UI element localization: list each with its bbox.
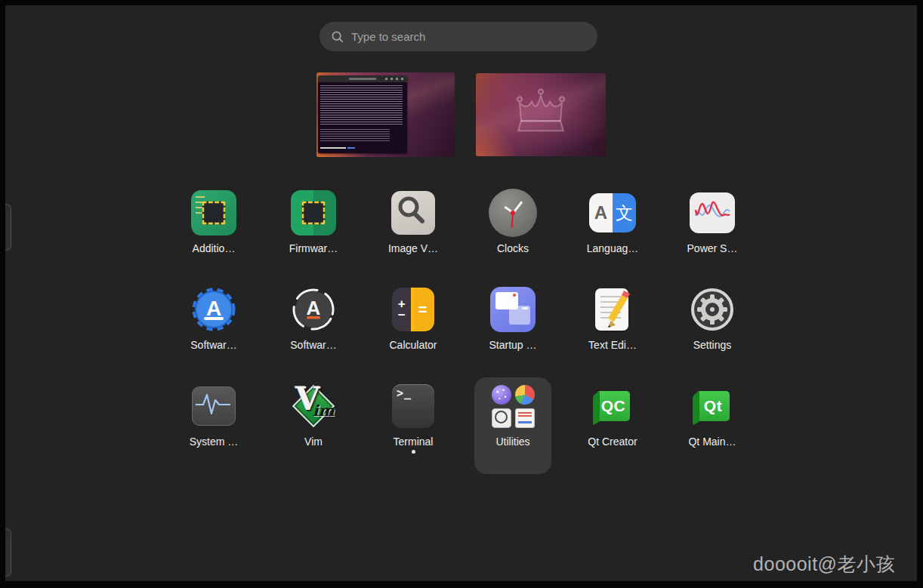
software-updater-icon: A	[289, 285, 338, 334]
app-clocks[interactable]: Clocks	[474, 184, 551, 281]
latin-letter: A	[589, 193, 613, 232]
app-software-store[interactable]: A Softwar…	[175, 281, 252, 377]
window-glyph	[509, 306, 530, 325]
window-title-blur	[349, 78, 376, 80]
app-text-editor[interactable]: Text Edi…	[574, 281, 651, 377]
vim-im-letters: im	[313, 402, 335, 420]
language-support-icon: A 文	[588, 189, 637, 237]
workspace-thumbnail-2[interactable]	[476, 73, 606, 156]
vim-icon: V im	[289, 382, 338, 430]
app-label: Text Edi…	[588, 339, 637, 352]
calculator-icon: + − =	[389, 285, 437, 334]
app-label: Languag…	[587, 242, 639, 255]
qt-badge: QC	[597, 391, 630, 421]
adjacent-window-peek[interactable]	[5, 528, 11, 577]
qt-creator-icon: QC	[588, 382, 637, 430]
terminal-prompt-line	[320, 147, 346, 149]
terminal-text-block	[320, 129, 390, 143]
search-placeholder: Type to search	[351, 30, 425, 43]
watermark-text: dooooit@老小孩	[753, 552, 895, 577]
plus-minus-glyph: + −	[392, 288, 411, 331]
app-qt-creator[interactable]: QC Qt Creator	[574, 377, 651, 474]
app-system-monitor[interactable]: System …	[175, 377, 252, 474]
app-label: Firmwar…	[289, 242, 338, 255]
app-label: Softwar…	[190, 339, 236, 352]
clocks-icon	[489, 189, 537, 237]
app-label: Additio…	[193, 242, 236, 255]
search-icon	[332, 31, 344, 43]
app-folder-utilities[interactable]: Utilities	[474, 377, 551, 474]
app-label: System …	[190, 436, 239, 448]
waveform-glyph	[688, 189, 736, 237]
svg-text:A: A	[206, 297, 221, 320]
gnome-overview-screen: Type to search	[0, 0, 923, 588]
disk-usage-mini-icon	[492, 385, 511, 405]
document-mini-icon	[515, 408, 535, 428]
equals-glyph: =	[411, 288, 434, 331]
app-image-viewer[interactable]: Image V…	[375, 184, 452, 281]
terminal-window-preview	[318, 75, 407, 153]
app-vim[interactable]: V im Vim	[275, 377, 352, 474]
window-buttons	[385, 78, 405, 80]
prompt-glyph: >_	[397, 386, 412, 400]
adjacent-window-peek[interactable]	[5, 204, 11, 251]
app-label: Qt Main…	[688, 436, 736, 448]
pulse-glyph	[190, 382, 238, 430]
app-software-updater[interactable]: A Softwar…	[275, 281, 352, 377]
app-label: Utilities	[495, 436, 529, 448]
startup-applications-icon	[489, 285, 537, 334]
overview-background: Type to search	[5, 5, 917, 581]
app-qt-maintenance[interactable]: Qt Qt Main…	[674, 377, 751, 474]
app-additional-drivers[interactable]: Additio…	[175, 184, 252, 281]
app-label: Startup …	[489, 339, 536, 352]
app-calculator[interactable]: + − = Calculator	[375, 281, 452, 377]
workspace-thumbnail-1[interactable]	[316, 72, 455, 157]
app-label: Softwar…	[290, 339, 336, 352]
app-label: Calculator	[389, 339, 437, 352]
app-language-support[interactable]: A 文 Languag…	[574, 184, 651, 281]
app-settings[interactable]: Settings	[674, 281, 751, 377]
magnifier-glyph	[389, 189, 437, 237]
gear-glyph	[690, 288, 734, 331]
cjk-letter: 文	[613, 193, 636, 232]
app-label: Clocks	[497, 242, 529, 255]
firmware-updater-icon	[289, 189, 338, 237]
app-power-statistics[interactable]: Power S…	[674, 184, 751, 281]
power-statistics-icon	[688, 189, 736, 237]
text-editor-icon	[588, 285, 637, 334]
chip-glyph	[302, 202, 326, 225]
terminal-text-block	[320, 85, 403, 125]
search-bar[interactable]: Type to search	[320, 22, 597, 51]
crown-emblem	[503, 82, 579, 144]
software-store-icon: A	[190, 285, 238, 334]
dashed-ring-a-glyph: A	[289, 285, 338, 334]
app-firmware-updater[interactable]: Firmwar…	[275, 184, 352, 281]
qt-badge: Qt	[696, 391, 730, 421]
gear-a-glyph: A	[190, 285, 238, 334]
window-titlebar	[318, 75, 407, 82]
app-grid: Additio… Firmwar… Image V…	[164, 184, 762, 474]
clock-center	[511, 211, 515, 215]
app-terminal[interactable]: >_ Terminal	[375, 377, 452, 474]
running-indicator	[412, 450, 415, 454]
app-label: Power S…	[687, 242, 738, 255]
pie-chart-mini-icon	[515, 385, 535, 405]
utilities-folder-icon	[489, 382, 537, 430]
app-label: Image V…	[388, 242, 438, 255]
settings-icon	[688, 285, 736, 334]
chip-glyph	[202, 202, 226, 225]
qt-maintenance-icon: Qt	[688, 382, 736, 430]
pencil-glyph	[588, 285, 637, 334]
terminal-body	[318, 82, 407, 153]
app-label: Vim	[304, 436, 323, 448]
svg-text:A: A	[307, 297, 321, 319]
app-label: Terminal	[394, 436, 434, 448]
additional-drivers-icon	[190, 189, 238, 237]
terminal-icon: >_	[389, 382, 437, 430]
loupe-mini-icon	[492, 408, 511, 428]
app-label: Qt Creator	[588, 436, 637, 448]
app-label: Settings	[693, 339, 732, 352]
image-viewer-icon	[389, 189, 437, 237]
app-startup-applications[interactable]: Startup …	[474, 281, 551, 377]
system-monitor-icon	[190, 382, 238, 430]
